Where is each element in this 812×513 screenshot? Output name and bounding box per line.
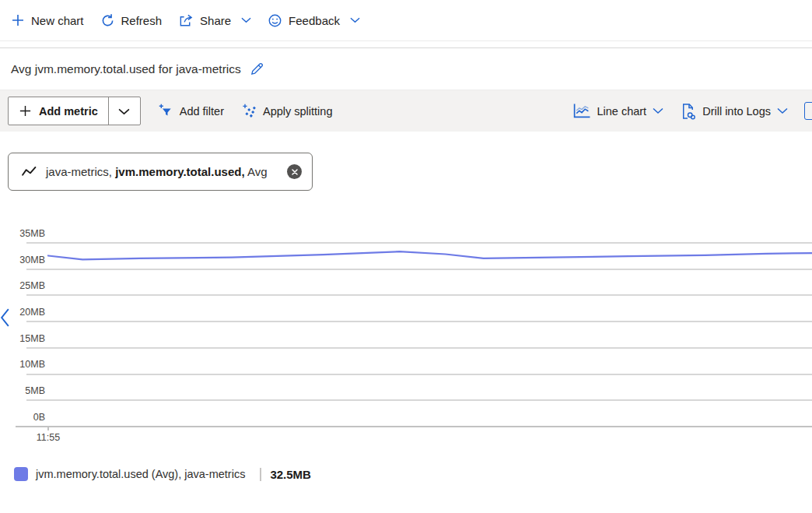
chevron-down-icon [350, 17, 360, 23]
gridline [26, 242, 812, 244]
split-scatter-plus-icon [242, 104, 257, 118]
x-axis-tick-mark [47, 426, 49, 430]
gridline [26, 347, 812, 349]
metric-resource: java-metrics, [46, 165, 112, 178]
refresh-label: Refresh [121, 14, 163, 27]
metric-pill-text: java-metrics, jvm.memory.total.used, Avg [46, 165, 268, 178]
command-bar: New chart Refresh Share Feedback [0, 0, 812, 40]
y-axis-tick-label: 0B [0, 412, 45, 423]
x-axis-line [16, 426, 812, 427]
metric-name: jvm.memory.total.used, [115, 165, 244, 178]
chart-legend: jvm.memory.total.used (Avg), java-metric… [14, 467, 311, 481]
series-line [48, 251, 812, 259]
new-chart-label: New chart [31, 14, 84, 27]
chart-title-row: Avg jvm.memory.total.used for java-metri… [0, 48, 812, 90]
x-axis-tick-label: 11:55 [30, 432, 67, 443]
metric-pill[interactable]: java-metrics, jvm.memory.total.used, Avg [8, 153, 313, 191]
remove-metric-button[interactable] [287, 164, 302, 179]
filter-plus-icon [159, 104, 173, 118]
close-icon [291, 165, 299, 179]
chart-title: Avg jvm.memory.total.used for java-metri… [11, 62, 241, 76]
metric-aggregation: Avg [247, 165, 268, 178]
add-filter-label: Add filter [180, 105, 224, 118]
y-axis-tick-label: 20MB [0, 307, 45, 318]
y-axis-tick-label: 35MB [0, 228, 45, 239]
plus-icon [19, 104, 32, 118]
chevron-down-icon [241, 17, 251, 23]
chevron-down-icon [653, 107, 663, 114]
document-link-icon [680, 103, 696, 120]
apply-splitting-label: Apply splitting [263, 105, 332, 118]
y-axis-tick-label: 5MB [0, 385, 45, 396]
chart-type-label: Line chart [597, 105, 646, 118]
share-button[interactable]: Share [177, 12, 253, 30]
line-chart-icon [572, 103, 590, 119]
gridline [26, 374, 812, 375]
add-metric-button[interactable]: Add metric [9, 97, 108, 125]
add-metric-split-button: Add metric [8, 97, 141, 125]
drill-into-logs-dropdown[interactable]: Drill into Logs [680, 103, 788, 120]
chevron-down-icon [777, 107, 788, 114]
smiley-feedback-icon [268, 13, 282, 28]
metric-toolbar: Add metric Add filter Apply [0, 90, 812, 132]
refresh-icon [100, 13, 115, 28]
legend-label: jvm.memory.total.used (Avg), java-metric… [36, 468, 245, 480]
metrics-explorer-page: New chart Refresh Share Feedback [0, 0, 812, 513]
y-axis-tick-label: 15MB [0, 333, 45, 344]
add-metric-label: Add metric [39, 105, 98, 118]
feedback-label: Feedback [289, 14, 340, 27]
pin-icon[interactable] [804, 102, 812, 120]
drill-into-logs-label: Drill into Logs [702, 105, 771, 118]
legend-value: 32.5MB [260, 468, 311, 481]
new-chart-button[interactable]: New chart [9, 12, 86, 29]
edit-pencil-icon[interactable] [250, 61, 264, 76]
toolbar-right-group: Line chart Drill into Logs [572, 102, 812, 120]
chevron-down-icon [118, 104, 130, 118]
add-filter-button[interactable]: Add filter [159, 104, 224, 118]
feedback-button[interactable]: Feedback [266, 12, 362, 30]
apply-splitting-button[interactable]: Apply splitting [242, 104, 332, 118]
share-icon [178, 13, 194, 28]
toolbar-left-group: Add metric Add filter Apply [8, 97, 332, 125]
gridline [26, 399, 812, 401]
y-axis-tick-label: 30MB [0, 255, 45, 265]
gridline [26, 269, 812, 270]
gridline [26, 321, 812, 322]
refresh-button[interactable]: Refresh [99, 12, 164, 30]
chart-type-dropdown[interactable]: Line chart [572, 103, 663, 119]
share-label: Share [200, 14, 231, 27]
sparkline-icon [21, 166, 37, 177]
gridline [26, 294, 812, 296]
y-axis-tick-label: 25MB [0, 280, 45, 291]
add-metric-dropdown[interactable] [109, 97, 140, 125]
divider [0, 40, 812, 41]
plus-icon [11, 13, 25, 27]
y-axis-tick-label: 10MB [0, 359, 45, 370]
legend-swatch[interactable] [14, 467, 28, 481]
